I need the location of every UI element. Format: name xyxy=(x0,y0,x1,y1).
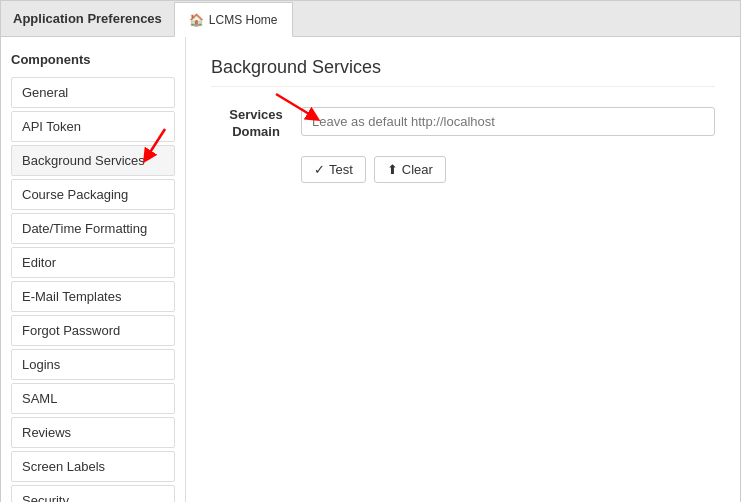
check-icon: ✓ xyxy=(314,162,325,177)
sidebar-item-forgot-password[interactable]: Forgot Password xyxy=(11,315,175,346)
application-window: Application Preferences 🏠 LCMS Home Comp… xyxy=(0,0,741,502)
sidebar-item-api-token[interactable]: API Token xyxy=(11,111,175,142)
sidebar-item-editor[interactable]: Editor xyxy=(11,247,175,278)
sidebar-item-general[interactable]: General xyxy=(11,77,175,108)
upload-icon: ⬆ xyxy=(387,162,398,177)
services-domain-label: Services Domain xyxy=(211,107,301,141)
sidebar-item-reviews[interactable]: Reviews xyxy=(11,417,175,448)
sidebar-title: Components xyxy=(11,52,175,67)
sidebar-item-security[interactable]: Security xyxy=(11,485,175,502)
sidebar-item-saml[interactable]: SAML xyxy=(11,383,175,414)
sidebar-item-datetime[interactable]: Date/Time Formatting xyxy=(11,213,175,244)
section-title: Background Services xyxy=(211,57,715,87)
clear-button[interactable]: ⬆ Clear xyxy=(374,156,446,183)
sidebar-item-logins[interactable]: Logins xyxy=(11,349,175,380)
content-panel: Background Services Services Domain xyxy=(186,37,740,502)
services-domain-input[interactable] xyxy=(301,107,715,136)
main-content: Components General API Token Background … xyxy=(1,37,740,502)
title-bar: Application Preferences 🏠 LCMS Home xyxy=(1,1,740,37)
home-tab-label: LCMS Home xyxy=(209,13,278,27)
home-icon: 🏠 xyxy=(189,13,204,27)
sidebar-item-background-services[interactable]: Background Services xyxy=(11,145,175,176)
sidebar-item-course-packaging[interactable]: Course Packaging xyxy=(11,179,175,210)
action-buttons: ✓ Test ⬆ Clear xyxy=(301,156,715,183)
test-button[interactable]: ✓ Test xyxy=(301,156,366,183)
home-tab[interactable]: 🏠 LCMS Home xyxy=(174,2,293,37)
sidebar-item-screen-labels[interactable]: Screen Labels xyxy=(11,451,175,482)
sidebar: Components General API Token Background … xyxy=(1,37,186,502)
app-title: Application Preferences xyxy=(1,11,174,26)
sidebar-item-email-templates[interactable]: E-Mail Templates xyxy=(11,281,175,312)
sidebar-item-background-wrapper: Background Services xyxy=(11,145,175,176)
